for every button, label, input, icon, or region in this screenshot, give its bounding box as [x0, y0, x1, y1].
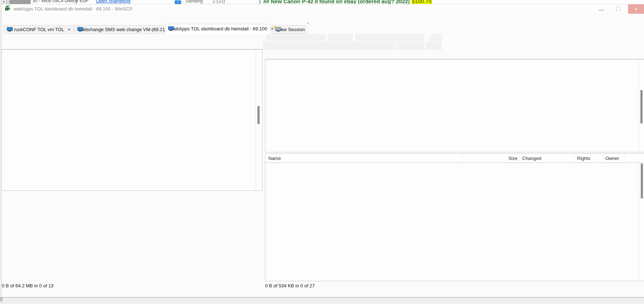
tab-label: New Session — [277, 27, 305, 32]
toolbar-ghost-block — [396, 42, 425, 50]
open-changelog-link[interactable]: Open changelog — [96, 0, 130, 4]
toolbar-ghost-block — [430, 34, 442, 41]
column-header-owner[interactable]: Owner — [605, 156, 619, 161]
background-window-strip: ▼ 30 - WEB U9C4 DiMER EGF Open changelog… — [0, 0, 644, 4]
tab-close-icon[interactable]: × — [271, 26, 274, 31]
toolbar-ghost-block — [263, 42, 395, 50]
toolbar-ghost-block — [355, 34, 424, 41]
remote-panel-scrollbar[interactable] — [639, 60, 643, 152]
column-divider[interactable] — [625, 155, 625, 162]
toolbar-ghost-block — [426, 42, 442, 50]
column-divider[interactable] — [519, 155, 520, 162]
window-title: webApps TOL dashboard db heimdall - 69.1… — [14, 6, 133, 12]
minimize-button[interactable] — [593, 4, 610, 14]
maximize-icon — [616, 7, 620, 11]
window-edge-line — [8, 0, 9, 4]
ebay-note-text: ## New Canon P-42 II found on ebay (orde… — [263, 0, 432, 4]
clipped-label: Sending — [185, 0, 203, 4]
tab-separator-tick — [308, 22, 308, 24]
session-tab-webapps-active[interactable]: webApps TOL dashboard db heimdall - 69.1… — [165, 24, 270, 34]
local-status-summary: 0 B of 64.2 MB in 0 of 13 — [2, 283, 54, 288]
remote-file-list[interactable] — [265, 163, 644, 281]
clipped-count: 2 (22) — [213, 0, 225, 4]
toolbar-ghost-block — [266, 34, 326, 41]
column-header-name[interactable]: Name — [268, 156, 281, 161]
session-monitor-icon — [7, 27, 12, 32]
bottom-margin-area — [0, 297, 644, 304]
scrollbar-corner — [0, 297, 3, 301]
column-header-size[interactable]: Size — [462, 156, 517, 161]
tab-label: webchange SMS web change VM-(69.215) — [80, 27, 169, 32]
column-header-changed[interactable]: Changed — [522, 156, 541, 161]
tab-label: webApps TOL dashboard db heimdall - 69.1… — [170, 26, 267, 31]
remote-list-scrollbar[interactable] — [639, 163, 643, 281]
session-tab-ruckconf[interactable]: ruckCONF TOL vm TOL × — [4, 25, 74, 34]
tab-label: ruckCONF TOL vm TOL — [14, 27, 64, 32]
new-session-tab[interactable]: New Session — [272, 25, 306, 34]
winscp-screen: ▼ 30 - WEB U9C4 DiMER EGF Open changelog… — [0, 0, 644, 304]
column-divider[interactable] — [574, 155, 575, 162]
local-panel-scrollbar[interactable] — [256, 50, 260, 190]
remote-status-summary: 0 B of 534 KB in 0 of 27 — [265, 283, 315, 288]
checkbox-icon[interactable]: ✓ — [175, 0, 181, 4]
window-edge-line — [7, 0, 7, 4]
remote-list-header: Name Size Changed Rights Owner — [265, 153, 644, 163]
toolbar-ghost-block — [328, 34, 353, 41]
tab-close-icon[interactable]: × — [68, 27, 71, 32]
ebay-price-highlight: $100.70 — [411, 0, 432, 4]
scroll-down-button[interactable]: ▼ — [1, 0, 7, 4]
column-separator — [76, 0, 77, 4]
column-header-rights[interactable]: Rights — [577, 156, 590, 161]
titlebar[interactable]: webApps TOL dashboard db heimdall - 69.1… — [0, 4, 644, 14]
column-separator — [260, 0, 260, 4]
local-file-panel[interactable] — [1, 49, 263, 191]
minimize-icon — [598, 10, 604, 10]
scrollbar-thumb[interactable] — [640, 90, 643, 123]
session-tab-webchange[interactable]: webchange SMS web change VM-(69.215) × — [74, 25, 164, 34]
close-button[interactable]: × — [628, 4, 644, 14]
ebay-note-label: ## New Canon P-42 II found on ebay (orde… — [263, 0, 411, 4]
maximize-button[interactable] — [612, 4, 628, 14]
selected-item-fragment — [9, 0, 31, 4]
scrollbar-thumb[interactable] — [641, 164, 643, 198]
winscp-app-icon — [4, 5, 11, 12]
clipped-text-fragment: 30 - WEB U9C4 DiMER EGF — [33, 0, 89, 3]
column-divider[interactable] — [602, 155, 603, 162]
scrollbar-thumb[interactable] — [257, 106, 260, 124]
remote-directory-panel[interactable] — [265, 59, 644, 152]
